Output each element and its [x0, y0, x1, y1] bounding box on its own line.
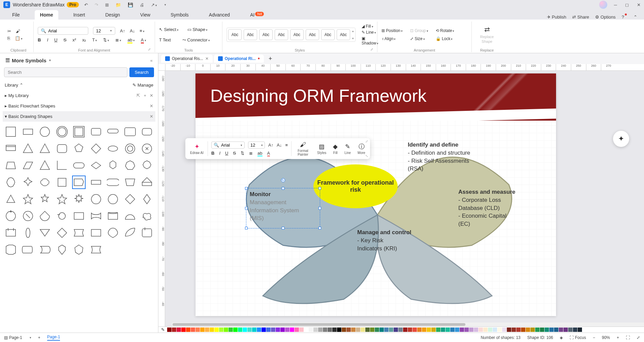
color-swatch[interactable] [224, 328, 228, 332]
copy-button[interactable]: ⎘ [7, 36, 10, 41]
float-line[interactable]: ✎Line [342, 142, 354, 155]
color-swatch[interactable] [493, 328, 497, 332]
add-page-button[interactable]: + [38, 335, 40, 340]
color-swatch[interactable] [422, 328, 426, 332]
styles-dialog-launcher[interactable]: ⤢ [370, 48, 373, 51]
share-button[interactable]: ⇄ Share [572, 14, 589, 20]
float-more[interactable]: ⓘMore [355, 142, 368, 155]
shape-thumbnail[interactable] [123, 192, 137, 206]
color-swatch[interactable] [516, 328, 521, 332]
color-swatch[interactable] [318, 328, 323, 332]
shape-thumbnail[interactable] [21, 142, 35, 155]
shape-thumbnail[interactable] [123, 226, 137, 240]
qat-more[interactable]: ▾ [164, 3, 166, 6]
shape-thumbnail[interactable] [21, 125, 35, 138]
color-swatch[interactable] [191, 328, 195, 332]
color-swatch[interactable] [172, 328, 176, 332]
shape-thumbnail[interactable] [4, 209, 18, 223]
help-button[interactable]: ? [622, 14, 627, 20]
color-swatch[interactable] [210, 328, 214, 332]
paste-button[interactable]: 📋▾ [15, 36, 23, 41]
float-align[interactable]: ≡ [285, 143, 288, 148]
shape-thumbnail[interactable] [38, 209, 52, 223]
color-swatch[interactable] [455, 328, 459, 332]
undo-button[interactable]: ↶ [84, 2, 88, 7]
float-increase-font[interactable]: A↑ [268, 143, 273, 148]
connector-button[interactable]: ⤳ Connector▾ [182, 37, 210, 42]
style-preset-6[interactable]: Abc [306, 29, 319, 40]
color-swatch[interactable] [238, 328, 242, 332]
shape-thumbnail[interactable] [123, 209, 137, 223]
style-scroll-up[interactable]: ▴ [352, 29, 354, 33]
minimize-button[interactable]: ─ [614, 2, 617, 7]
color-swatch[interactable] [427, 328, 431, 332]
color-swatch[interactable] [276, 328, 280, 332]
float-styles[interactable]: ▨Styles [314, 142, 329, 155]
options-button[interactable]: ⚙ Options [595, 14, 616, 20]
font-dialog-launcher[interactable]: ⤢ [148, 48, 151, 51]
color-swatch[interactable] [370, 328, 374, 332]
font-color-button[interactable]: A▾ [141, 37, 146, 42]
shape-thumbnail[interactable] [123, 176, 137, 189]
shape-thumbnail[interactable] [21, 243, 35, 256]
shape-thumbnail[interactable] [4, 192, 18, 206]
shape-thumbnail[interactable] [140, 125, 154, 138]
shape-thumbnail[interactable] [21, 176, 35, 189]
float-spacing[interactable]: ⇅ [241, 151, 244, 156]
color-swatch[interactable] [394, 328, 398, 332]
highlight-button[interactable]: ab▾ [127, 37, 134, 42]
shape-thumbnail[interactable] [72, 192, 86, 206]
color-swatch[interactable] [186, 328, 190, 332]
color-swatch[interactable] [214, 328, 219, 332]
color-swatch[interactable] [578, 328, 582, 332]
shape-thumbnail[interactable] [89, 125, 103, 138]
shape-thumbnail[interactable] [123, 159, 137, 172]
color-swatch[interactable] [205, 328, 209, 332]
shape-thumbnail[interactable] [123, 125, 137, 138]
fill-button[interactable]: ◢ Fill▾ [362, 24, 378, 29]
shape-thumbnail[interactable] [140, 159, 154, 172]
shape-thumbnail[interactable] [38, 192, 52, 206]
color-swatch[interactable] [554, 328, 558, 332]
color-swatch[interactable] [431, 328, 436, 332]
color-swatch[interactable] [474, 328, 478, 332]
color-swatch[interactable] [346, 328, 351, 332]
canvas[interactable]: Designing ORM Framework Framework for op… [165, 71, 644, 327]
color-swatch[interactable] [280, 328, 285, 332]
shape-thumbnail[interactable] [140, 226, 154, 240]
style-preset-7[interactable]: Abc [321, 29, 335, 40]
color-swatch[interactable] [351, 328, 356, 332]
color-swatch[interactable] [545, 328, 549, 332]
align-button[interactable]: ≡▾ [140, 28, 145, 33]
shape-thumbnail[interactable] [106, 176, 120, 189]
color-swatch[interactable] [512, 328, 516, 332]
style-preset-5[interactable]: Abc [290, 29, 304, 40]
color-swatch[interactable] [573, 328, 577, 332]
superscript-button[interactable]: x² [72, 37, 76, 42]
style-preset-1[interactable]: Abc [228, 29, 242, 40]
color-swatch[interactable] [257, 328, 261, 332]
color-swatch[interactable] [446, 328, 450, 332]
page-menu[interactable]: ▤ Page-1 [4, 335, 22, 340]
color-swatch[interactable] [309, 328, 313, 332]
rotate-handle-icon[interactable]: ↻ [281, 178, 285, 182]
subscript-button[interactable]: x₂ [82, 37, 86, 42]
shape-thumbnail[interactable] [140, 176, 154, 189]
color-swatch[interactable] [469, 328, 473, 332]
replace-shape-button[interactable]: ⇄ Replace Shape [476, 25, 498, 44]
color-swatch[interactable] [299, 328, 304, 332]
color-swatch[interactable] [167, 328, 172, 332]
shape-thumbnail[interactable] [72, 125, 86, 138]
rotate-button[interactable]: ⟲ Rotate▾ [436, 28, 455, 33]
color-swatch[interactable] [262, 328, 266, 332]
color-swatch[interactable] [559, 328, 563, 332]
color-swatch[interactable] [412, 328, 417, 332]
shape-thumbnail[interactable] [55, 125, 69, 138]
float-expand-icon[interactable]: ⤡ [365, 154, 368, 158]
maximize-button[interactable]: ◻ [625, 2, 629, 7]
color-swatch[interactable] [497, 328, 502, 332]
shape-thumbnail[interactable] [106, 159, 120, 172]
basic-drawing-category[interactable]: ▾ Basic Drawing Shapes [5, 114, 52, 119]
shape-thumbnail[interactable] [38, 176, 52, 189]
group-button[interactable]: ⊡ Group▾ [410, 28, 428, 33]
